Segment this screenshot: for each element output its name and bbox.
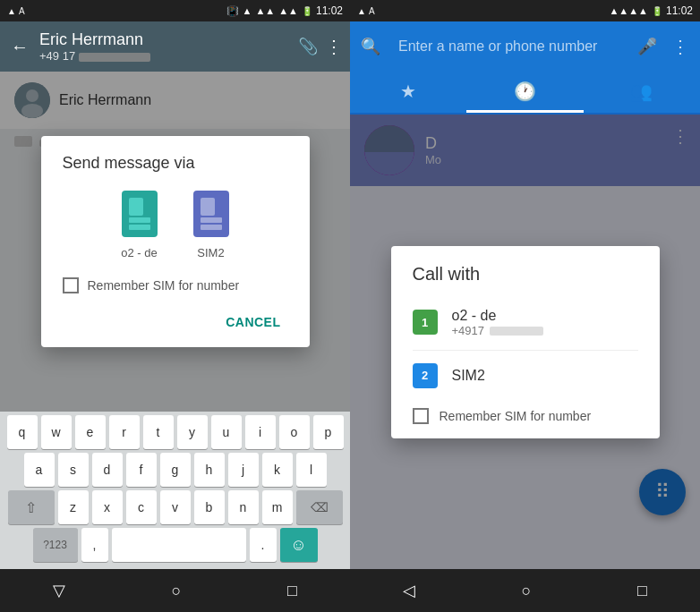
left-phone: ▲ A 📳 ▲ ▲▲ ▲▲ 🔋 11:02 ← Eric Herrmann +4…: [0, 0, 350, 612]
key-i[interactable]: i: [245, 415, 276, 449]
header-action-icons: 📎 ⋮: [298, 36, 343, 57]
left-bottom-nav: ▽ ○ □: [0, 569, 350, 612]
sim-options: o2 - de SIM2: [63, 191, 288, 259]
call-dialog-title: Call with: [413, 264, 638, 285]
right-time-display: 11:02: [666, 4, 693, 17]
remember-checkbox[interactable]: [63, 277, 79, 293]
cancel-button[interactable]: CANCEL: [218, 308, 287, 336]
vibrate-icon: 📳: [226, 5, 239, 17]
signal-icon1: ▲▲: [255, 5, 275, 16]
shift-key[interactable]: ⇧: [8, 490, 55, 524]
right-remember-checkbox[interactable]: [413, 408, 429, 424]
contacts-icon: 👥: [630, 81, 653, 102]
key-x[interactable]: x: [92, 490, 123, 524]
favorites-icon: ★: [400, 81, 416, 102]
keyboard-row-3: ⇧ z x c v b n m ⌫: [2, 490, 348, 524]
keyboard-row-2: a s d f g h j k l: [2, 453, 348, 487]
sim2-option[interactable]: SIM2: [190, 191, 233, 259]
keyboard-row-1: q w e r t y u i o p: [2, 415, 348, 449]
left-content: Eric Herrmann Send message via: [0, 72, 350, 412]
header-menu-icon[interactable]: ⋮: [668, 32, 693, 61]
right-recents-nav-button[interactable]: □: [619, 574, 665, 608]
key-a[interactable]: a: [24, 453, 55, 487]
tab-contacts[interactable]: 👥: [584, 70, 700, 113]
right-phone: ▲ A ▲▲▲▲ 🔋 11:02 🔍 🎤 ⋮ ★ 🕐 👥: [350, 0, 700, 612]
sim1-option[interactable]: o2 - de: [118, 191, 161, 259]
key-p[interactable]: p: [313, 415, 344, 449]
search-input[interactable]: [391, 30, 627, 63]
sim2-call-option[interactable]: 2 SIM2: [413, 354, 638, 397]
key-s[interactable]: s: [58, 453, 89, 487]
backspace-key[interactable]: ⌫: [296, 490, 343, 524]
battery-icon: 🔋: [302, 6, 312, 16]
voice-search-icon[interactable]: 🎤: [634, 33, 661, 60]
key-k[interactable]: k: [262, 453, 293, 487]
key-b[interactable]: b: [194, 490, 225, 524]
right-tabs: ★ 🕐 👥: [350, 72, 700, 115]
key-y[interactable]: y: [177, 415, 208, 449]
key-o[interactable]: o: [279, 415, 310, 449]
sim1-name: o2 - de: [452, 308, 543, 324]
right-dialog-overlay: Call with 1 o2 - de +4917 2: [350, 115, 700, 569]
right-content: D Mo ⋮ Call with 1 o2 - de +4917: [350, 115, 700, 569]
sim2-name: SIM2: [452, 368, 485, 384]
numbers-key[interactable]: ?123: [33, 528, 78, 562]
key-j[interactable]: j: [228, 453, 259, 487]
key-w[interactable]: w: [41, 415, 72, 449]
search-icon: 🔍: [357, 33, 384, 60]
left-app-header: ← Eric Herrmann +49 17 📎 ⋮: [0, 21, 350, 72]
right-notification-icon: ▲: [357, 6, 366, 16]
space-key[interactable]: [112, 528, 246, 562]
tab-recents[interactable]: 🕐: [466, 70, 583, 113]
svg-rect-4: [129, 198, 143, 216]
emoji-key[interactable]: ☺: [280, 528, 318, 562]
wifi-icon: ▲: [243, 5, 252, 16]
right-home-nav-button[interactable]: ○: [504, 574, 550, 608]
key-m[interactable]: m: [262, 490, 293, 524]
attachment-icon[interactable]: 📎: [298, 37, 318, 56]
sim2-icon: [190, 191, 233, 241]
tab-favorites[interactable]: ★: [350, 70, 466, 113]
key-n[interactable]: n: [228, 490, 259, 524]
sim1-call-option[interactable]: 1 o2 - de +4917: [413, 299, 638, 346]
back-button[interactable]: ←: [7, 33, 32, 61]
send-message-dialog: Send message via o2 - de: [41, 136, 310, 347]
svg-rect-5: [129, 217, 150, 223]
key-e[interactable]: e: [75, 415, 106, 449]
key-f[interactable]: f: [126, 453, 157, 487]
comma-key[interactable]: ,: [81, 528, 108, 562]
home-nav-button[interactable]: ○: [154, 574, 200, 608]
key-r[interactable]: r: [109, 415, 140, 449]
dialog-actions: CANCEL: [63, 308, 288, 336]
keyboard: q w e r t y u i o p a s d f g h j k l ⇧ …: [0, 412, 350, 569]
call-with-dialog: Call with 1 o2 - de +4917 2: [391, 246, 660, 438]
period-key[interactable]: .: [250, 528, 277, 562]
right-back-nav-button[interactable]: ◁: [385, 574, 433, 608]
recents-icon: 🕐: [514, 81, 536, 102]
key-c[interactable]: c: [126, 490, 157, 524]
sim1-badge: 1: [413, 310, 438, 335]
signal-icon2: ▲▲: [278, 5, 298, 16]
left-status-bar: ▲ A 📳 ▲ ▲▲ ▲▲ 🔋 11:02: [0, 0, 350, 21]
sim1-icon: [118, 191, 161, 241]
key-v[interactable]: v: [160, 490, 191, 524]
right-status-icons-right: ▲▲▲▲ 🔋 11:02: [609, 4, 693, 17]
key-l[interactable]: l: [296, 453, 327, 487]
sim1-number: +4917: [452, 324, 543, 337]
sim2-badge: 2: [413, 363, 438, 388]
key-t[interactable]: t: [143, 415, 174, 449]
alert-icon: A: [19, 6, 25, 16]
key-h[interactable]: h: [194, 453, 225, 487]
sim2-label: SIM2: [197, 246, 224, 259]
key-z[interactable]: z: [58, 490, 89, 524]
dialog-overlay: Send message via o2 - de: [0, 72, 350, 412]
key-q[interactable]: q: [7, 415, 38, 449]
back-nav-button[interactable]: ▽: [35, 574, 83, 608]
key-d[interactable]: d: [92, 453, 123, 487]
recents-nav-button[interactable]: □: [269, 574, 315, 608]
remember-label: Remember SIM for number: [88, 278, 240, 293]
menu-icon[interactable]: ⋮: [325, 36, 343, 57]
key-u[interactable]: u: [211, 415, 242, 449]
svg-rect-8: [201, 198, 215, 216]
key-g[interactable]: g: [160, 453, 191, 487]
